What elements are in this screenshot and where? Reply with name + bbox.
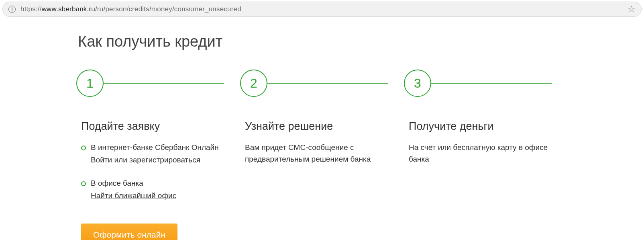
info-icon[interactable]: i bbox=[8, 6, 16, 13]
step-head: 3 bbox=[404, 70, 552, 97]
step-head: 1 bbox=[76, 70, 224, 97]
address-bar[interactable]: i https://www.sberbank.ru/ru/person/cred… bbox=[2, 2, 642, 17]
steps-row: 1 Подайте заявку В интернет-банке Сберба… bbox=[76, 70, 568, 240]
step-description: Вам придет СМС-сообщение с предварительн… bbox=[245, 142, 388, 165]
step-3: 3 Получите деньги На счет или бесплатную… bbox=[404, 70, 568, 240]
url-host: www.sberbank.ru bbox=[42, 5, 95, 13]
step-number-circle: 2 bbox=[240, 70, 267, 97]
page-content: Как получить кредит 1 Подайте заявку В и… bbox=[73, 17, 571, 240]
step-2: 2 Узнайте решение Вам придет СМС-сообщен… bbox=[240, 70, 404, 240]
list-item: В интернет-банке Сбербанк Онлайн Войти и… bbox=[81, 142, 224, 166]
step-description: На счет или бесплатную карту в офисе бан… bbox=[409, 142, 552, 165]
url-path: /ru/person/credits/money/consumer_unsecu… bbox=[95, 5, 241, 13]
find-office-link[interactable]: Найти ближайший офис bbox=[91, 190, 176, 201]
step-connector-line bbox=[431, 83, 552, 84]
step-title: Получите деньги bbox=[409, 120, 552, 133]
step-title: Узнайте решение bbox=[245, 120, 388, 133]
url-text: https://www.sberbank.ru/ru/person/credit… bbox=[20, 5, 624, 13]
bookmark-star-icon[interactable]: ☆ bbox=[628, 4, 636, 14]
list-item: В офисе банка Найти ближайший офис bbox=[81, 177, 224, 202]
step-head: 2 bbox=[240, 70, 388, 97]
list-item-text: В офисе банка bbox=[91, 179, 143, 187]
list-item-text: В интернет-банке Сбербанк Онлайн bbox=[91, 143, 219, 152]
step-1: 1 Подайте заявку В интернет-банке Сберба… bbox=[76, 70, 240, 240]
page-title: Как получить кредит bbox=[78, 33, 568, 50]
apply-online-button[interactable]: Оформить онлайн bbox=[81, 224, 177, 240]
login-register-link[interactable]: Войти или зарегистрироваться bbox=[91, 154, 200, 166]
step-title: Подайте заявку bbox=[81, 120, 224, 133]
step-options-list: В интернет-банке Сбербанк Онлайн Войти и… bbox=[81, 142, 224, 202]
step-number-circle: 1 bbox=[76, 70, 104, 97]
step-connector-line bbox=[267, 83, 388, 84]
step-number-circle: 3 bbox=[404, 70, 431, 97]
url-proto: https:// bbox=[20, 5, 42, 13]
step-connector-line bbox=[104, 83, 224, 84]
